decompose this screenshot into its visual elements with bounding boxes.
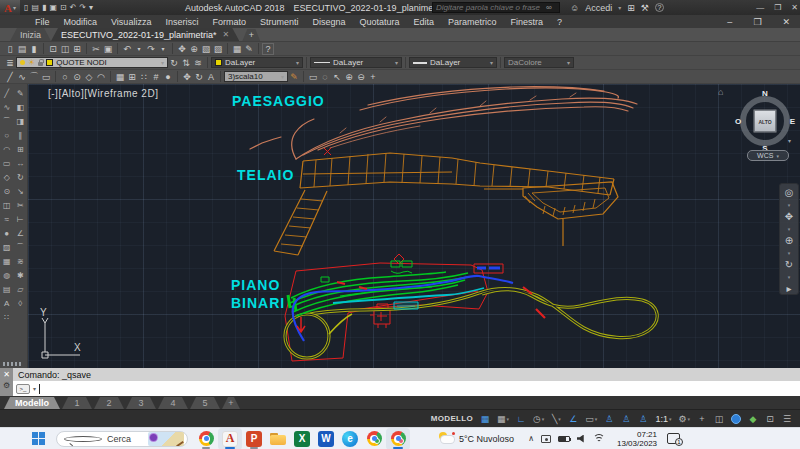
doc-restore-button[interactable]: ❒	[746, 17, 768, 27]
trim-icon[interactable]: ✂	[17, 199, 24, 213]
extend-icon[interactable]: ⊢	[17, 213, 24, 227]
move-icon[interactable]: ↔	[16, 157, 24, 171]
notification-icon[interactable]: 1	[667, 433, 680, 444]
signin-button[interactable]: Accedi	[585, 3, 612, 13]
menu-parametrico[interactable]: Parametrico	[441, 17, 504, 27]
help-icon[interactable]: ?	[655, 3, 664, 12]
new-drawing-tab-button[interactable]: +	[242, 29, 260, 41]
scale-combo[interactable]: 3)scala10 ▾	[224, 71, 288, 82]
layer-isolate-icon[interactable]: ≋	[192, 57, 204, 69]
chamfer-icon[interactable]: ∠	[17, 227, 24, 241]
ellipse-icon[interactable]: ⊙	[3, 185, 10, 199]
chevron-down-icon[interactable]: ▾	[490, 59, 493, 66]
layer-combo[interactable]: ☀ QUOTE NODI ▾	[16, 57, 168, 68]
move-tool-icon[interactable]: ✥	[181, 71, 193, 83]
rectangle-icon[interactable]: ▭	[40, 71, 52, 83]
preview-icon[interactable]: ◫	[59, 43, 71, 55]
red-mark[interactable]	[324, 148, 331, 155]
layout-tab-4[interactable]: 4	[158, 397, 188, 409]
polygon-icon[interactable]: ◇	[83, 71, 95, 83]
layout-tab-1[interactable]: 1	[62, 397, 92, 409]
line-icon[interactable]: ╱	[4, 87, 9, 101]
menu-quotatura[interactable]: Quotatura	[352, 17, 406, 27]
layout-tab-model[interactable]: Modello	[4, 397, 60, 409]
layout-tab-2[interactable]: 2	[94, 397, 124, 409]
gradient-icon[interactable]: ▨	[3, 241, 11, 255]
layer-on-icon[interactable]	[20, 60, 25, 65]
taskbar-search[interactable]: Cerca	[56, 431, 188, 447]
hatch-icon[interactable]: ▦	[114, 71, 126, 83]
taskbar-explorer[interactable]	[266, 428, 290, 449]
start-button[interactable]	[26, 428, 50, 449]
binoculars-icon[interactable]: ∞	[546, 3, 552, 12]
autoscale-icon[interactable]: ♙	[619, 412, 633, 426]
menu-disegna[interactable]: Disegna	[305, 17, 352, 27]
annotation-scale-icon[interactable]: ♙	[636, 412, 650, 426]
compass-north[interactable]: N	[762, 89, 768, 98]
chevron-down-icon[interactable]: ▾	[296, 59, 299, 66]
taskbar-clock[interactable]: 07:21 13/03/2023	[617, 430, 657, 448]
save-file-icon[interactable]: ▮	[28, 43, 40, 55]
taskbar-chrome-profile1[interactable]	[362, 428, 386, 449]
rotate-tool-icon[interactable]: ↻	[193, 71, 205, 83]
viewcube[interactable]: N S O E ALTO	[735, 91, 795, 151]
workspace-gear-icon[interactable]: ⚙▾	[676, 412, 692, 426]
dim-icon[interactable]: #	[150, 71, 162, 83]
share-icon[interactable]: ⚒	[641, 3, 649, 13]
array-icon[interactable]: ⊞	[17, 143, 24, 157]
properties-icon[interactable]: ▨	[212, 43, 224, 55]
zoom-realtime-icon[interactable]: ⊕	[188, 43, 200, 55]
tab-close-icon[interactable]: ✕	[223, 30, 230, 39]
hatch-icon[interactable]: ▦	[3, 255, 11, 269]
table-icon[interactable]: ⊞	[126, 71, 138, 83]
text-icon[interactable]: A	[4, 297, 9, 311]
toolbar-grip[interactable]	[3, 362, 23, 366]
chevron-down-icon[interactable]: ▾	[567, 59, 570, 66]
osnap-toggle-icon[interactable]: ∠	[566, 412, 580, 426]
qnew-icon[interactable]: ▯	[4, 43, 16, 55]
copy-icon[interactable]: ◧	[16, 101, 24, 115]
tray-chevron-icon[interactable]: ∧	[528, 434, 534, 443]
array-icon[interactable]: ∷	[138, 71, 150, 83]
menu-file[interactable]: File	[28, 17, 57, 27]
cad-drawing[interactable]: PAESAGGIO TELAIO PIANO BINARI X Y	[28, 84, 800, 368]
explode-icon[interactable]: ✱	[17, 269, 24, 283]
chevron-down-icon[interactable]: ▾	[395, 59, 398, 66]
weather-widget[interactable]: 5°C Nuvoloso	[438, 432, 514, 445]
command-close-icon[interactable]: ✕	[3, 370, 10, 379]
polyline-icon[interactable]: ∿	[3, 101, 10, 115]
viewcube-home-icon[interactable]: ⌂	[718, 87, 723, 97]
redo-dd-icon[interactable]: ▾	[157, 43, 169, 55]
zoom-out-icon[interactable]: ⊖	[355, 71, 367, 83]
taskbar-powerpoint[interactable]: P	[242, 428, 266, 449]
line-icon[interactable]: ╱	[4, 71, 16, 83]
layout-tab-5[interactable]: 5	[190, 397, 220, 409]
spline-icon[interactable]: ◠	[95, 71, 107, 83]
mirror-icon[interactable]: ◨	[16, 115, 24, 129]
wifi-icon[interactable]	[593, 434, 605, 443]
plot-icon[interactable]: ⊡	[47, 43, 59, 55]
linetype-combo[interactable]: DaLayer ▾	[310, 57, 402, 68]
menu-help[interactable]: ?	[550, 17, 569, 27]
taskbar-edge[interactable]: e	[338, 428, 362, 449]
publish-icon[interactable]: ⊞	[71, 43, 83, 55]
wcs-selector[interactable]: WCS▾	[747, 150, 789, 161]
close-button[interactable]: ✕	[791, 3, 798, 12]
circle-icon[interactable]: ○	[4, 129, 9, 143]
copy-clip-icon[interactable]: ▣	[102, 43, 114, 55]
compass-west[interactable]: O	[735, 117, 741, 126]
taskbar-chrome-profile2[interactable]	[386, 428, 410, 449]
doc-close-button[interactable]: ✕	[775, 17, 797, 27]
cast-icon[interactable]	[541, 435, 551, 443]
block-icon[interactable]: ◫	[3, 199, 11, 213]
arc-icon[interactable]: ⌒	[28, 71, 40, 83]
layer-properties-icon[interactable]: ≣	[4, 57, 16, 69]
rectangle-icon[interactable]: ▭	[3, 157, 11, 171]
select-add-icon[interactable]: +	[367, 71, 379, 83]
steering-wheel-icon[interactable]: ◎	[785, 187, 794, 199]
restore-button[interactable]: ❒	[774, 3, 781, 12]
erase-icon[interactable]: ✎	[17, 87, 24, 101]
customization-menu-icon[interactable]: ☰	[780, 412, 794, 426]
layout-tab-add[interactable]: +	[222, 397, 240, 409]
viewcube-top-face[interactable]: ALTO	[754, 110, 777, 133]
